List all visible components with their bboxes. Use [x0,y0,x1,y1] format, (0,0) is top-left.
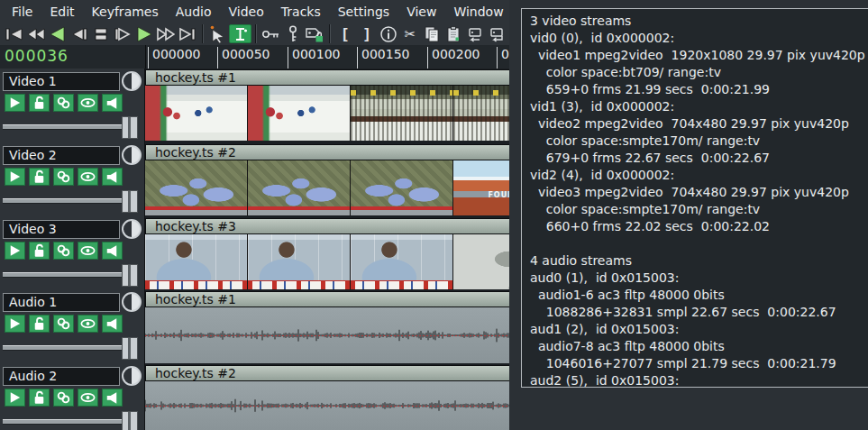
frame-forward-button[interactable] [112,23,133,44]
arm-toggle[interactable] [29,242,50,260]
timeline-canvas[interactable]: hockey.ts #1 hockey.ts #2 FOUR D hockey.… [145,69,512,430]
mute-toggle[interactable] [102,389,123,407]
fader-slider[interactable] [2,116,140,137]
clip-thumbnail[interactable] [145,160,248,215]
clip-thumbnail[interactable]: FOUR D [453,160,512,215]
arm-toggle[interactable] [29,94,50,112]
ibeam-edit-mode-button[interactable] [229,24,251,43]
fader-handle[interactable] [122,337,138,360]
audio-waveform[interactable] [145,307,512,363]
fader-handle[interactable] [122,116,138,139]
fast-reverse-button[interactable] [25,23,47,44]
clip-thumbnail[interactable] [248,86,351,141]
clip-thumbnail[interactable] [453,86,512,141]
copy-button[interactable] [421,23,443,44]
play-toggle[interactable] [5,242,25,260]
clip-thumbnail[interactable] [351,234,453,289]
mute-toggle[interactable] [102,168,123,186]
play-toggle[interactable] [5,315,25,333]
draw-toggle[interactable] [78,389,98,407]
gang-toggle[interactable] [53,315,74,333]
menu-video[interactable]: Video [229,5,264,19]
goto-end-button[interactable] [177,23,198,44]
fader-handle[interactable] [122,190,138,213]
menu-audio[interactable]: Audio [176,5,212,19]
mute-toggle[interactable] [102,242,123,260]
track-title-field[interactable]: Video 1 [3,72,120,91]
menu-file[interactable]: File [12,5,32,19]
clip-title-bar[interactable]: hockey.ts #2 [145,365,512,381]
arm-toggle[interactable] [29,389,50,407]
clip-title-bar[interactable]: hockey.ts #1 [145,69,512,86]
arm-toggle[interactable] [29,168,50,186]
expander-icon[interactable] [122,292,142,312]
expander-icon[interactable] [122,71,142,91]
toggle-label-icon[interactable] [378,23,399,44]
play-reverse-button[interactable] [47,23,69,44]
mute-toggle[interactable] [102,315,123,333]
menu-settings[interactable]: Settings [338,5,389,19]
menu-edit[interactable]: Edit [50,5,74,19]
play-forward-button[interactable] [133,23,155,44]
menu-window[interactable]: Window [453,5,503,19]
expander-icon[interactable] [122,366,142,386]
clip-thumbnail[interactable] [145,86,248,141]
clip-title-bar[interactable]: hockey.ts #2 [145,144,512,160]
fader-handle[interactable] [122,411,138,430]
cut-button[interactable]: ✂ [399,23,421,44]
gang-toggle[interactable] [53,389,74,407]
arrow-edit-mode-button[interactable] [207,23,229,44]
draw-toggle[interactable] [78,315,98,333]
play-toggle[interactable] [5,94,25,112]
previous-edit-icon[interactable] [464,23,486,44]
clip-title-bar[interactable]: hockey.ts #3 [145,218,512,234]
track-title-field[interactable]: Video 2 [3,146,120,165]
span-keyframes-icon[interactable] [282,23,304,44]
expander-icon[interactable] [122,145,142,165]
menu-keyframes[interactable]: Keyframes [92,5,159,19]
clip-thumbnail[interactable] [453,234,512,289]
menu-view[interactable]: View [407,5,436,19]
fast-forward-button[interactable] [155,23,177,44]
gang-toggle[interactable] [53,168,74,186]
fader-slider[interactable] [2,264,140,285]
draw-toggle[interactable] [78,168,98,186]
out-point-button[interactable]: ] [356,23,378,44]
video-thumbnail-strip[interactable]: FOUR D [145,160,512,215]
menu-tracks[interactable]: Tracks [281,5,321,19]
expander-icon[interactable] [122,219,142,239]
timecode-display[interactable]: 000036 [5,47,69,65]
play-toggle[interactable] [5,168,25,186]
clip-thumbnail[interactable] [145,234,248,289]
mute-toggle[interactable] [102,94,123,112]
clip-title-bar[interactable]: hockey.ts #1 [145,291,512,307]
stop-button[interactable] [90,23,112,44]
clip-thumbnail[interactable] [248,234,351,289]
goto-start-button[interactable] [4,23,25,44]
clip-thumbnail[interactable] [351,160,453,215]
fader-slider[interactable] [2,337,140,358]
draw-toggle[interactable] [78,242,98,260]
frame-reverse-button[interactable] [69,23,90,44]
lock-labels-icon[interactable] [304,23,325,44]
arm-toggle[interactable] [29,315,50,333]
track-title-field[interactable]: Video 3 [3,220,120,239]
fader-slider[interactable] [2,190,140,211]
paste-button[interactable] [443,23,464,44]
play-toggle[interactable] [5,389,25,407]
generate-keyframes-icon[interactable] [260,23,282,44]
clip-thumbnail[interactable] [248,160,351,215]
clip-thumbnail[interactable] [351,86,453,141]
timeline-ruler[interactable]: 000000 000050 000100 000150 000200 0 [145,45,513,69]
video-thumbnail-strip[interactable] [145,234,512,289]
fader-handle[interactable] [122,264,138,287]
track-title-field[interactable]: Audio 1 [3,293,120,312]
track-title-field[interactable]: Audio 2 [3,367,120,386]
audio-waveform[interactable] [145,381,512,430]
video-thumbnail-strip[interactable] [145,86,512,141]
fader-slider[interactable] [2,411,140,430]
draw-toggle[interactable] [78,94,98,112]
gang-toggle[interactable] [53,94,74,112]
gang-toggle[interactable] [53,242,74,260]
in-point-button[interactable]: [ [334,23,356,44]
